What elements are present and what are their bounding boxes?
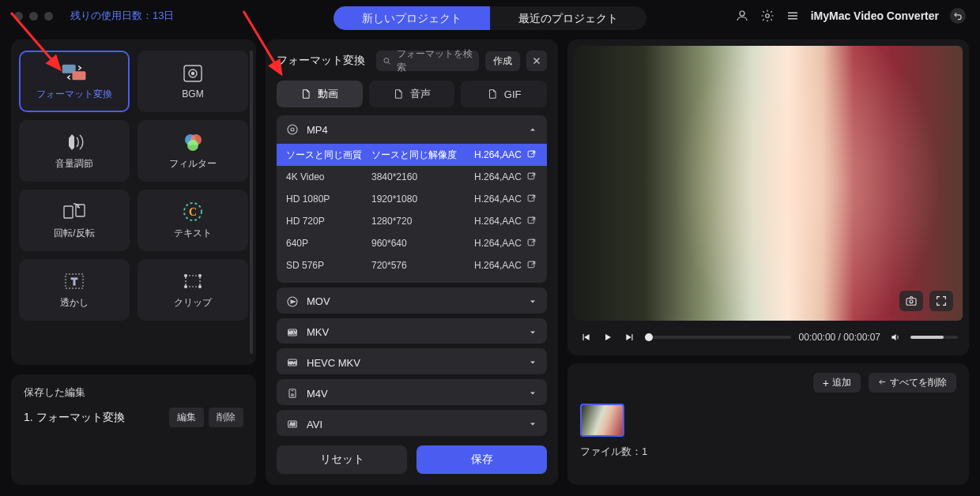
search-icon <box>383 56 392 66</box>
delete-button[interactable]: 削除 <box>209 408 243 427</box>
format-quality: HD 720P <box>286 216 371 227</box>
tool-音量調節[interactable]: 音量調節 <box>19 120 130 182</box>
gear-icon[interactable] <box>760 9 775 23</box>
format-group-name: HEVC MKV <box>307 357 360 369</box>
external-link-icon[interactable] <box>526 194 537 205</box>
external-link-icon[interactable] <box>526 282 537 283</box>
format-search[interactable]: フォーマットを検索 <box>376 51 479 71</box>
svg-point-0 <box>740 11 744 16</box>
prev-button[interactable] <box>579 330 593 344</box>
format-row[interactable]: SD 576P720*576H.264,AAC <box>277 254 547 276</box>
format-group-MP4: MP4ソースと同じ画質ソースと同じ解像度H.264,AAC4K Video384… <box>277 115 547 283</box>
tab-gif[interactable]: GIF <box>461 81 547 107</box>
tool-透かし[interactable]: T透かし <box>19 259 130 321</box>
tool-label: 音量調節 <box>55 157 93 171</box>
format-row[interactable]: HD 1080P1920*1080H.264,AAC <box>277 188 547 210</box>
svg-point-17 <box>185 274 187 276</box>
camera-icon <box>905 295 918 307</box>
svg-point-41 <box>910 300 913 303</box>
undo-icon[interactable] <box>950 8 966 24</box>
tool-フォーマット変換[interactable]: フォーマット変換 <box>19 51 130 112</box>
tab-new-project[interactable]: 新しいプロジェクト <box>334 6 490 30</box>
video-frame <box>574 46 963 321</box>
create-button[interactable]: 作成 <box>485 51 520 71</box>
external-link-icon[interactable] <box>526 216 537 227</box>
tool-テキスト[interactable]: Cテキスト <box>138 190 248 251</box>
format-row[interactable]: SD 480P640*480H.264,AAC <box>277 276 547 283</box>
time-display: 00:00:00 / 00:00:07 <box>799 332 880 343</box>
format-resolution: 720*576 <box>371 260 465 271</box>
format-row[interactable]: 4K Video3840*2160H.264,AAC <box>277 166 547 188</box>
chevron-icon <box>528 389 537 398</box>
progress-bar[interactable] <box>645 336 791 339</box>
svg-rect-3 <box>72 71 85 80</box>
account-icon[interactable] <box>735 9 749 23</box>
format-row[interactable]: ソースと同じ画質ソースと同じ解像度H.264,AAC <box>277 144 547 166</box>
svg-text:C: C <box>189 206 197 218</box>
fullscreen-icon <box>935 295 948 307</box>
edit-button[interactable]: 編集 <box>169 408 204 427</box>
play-button[interactable] <box>601 330 615 344</box>
format-group-header[interactable]: HEVCHEVC MKV <box>277 348 547 374</box>
add-file-button[interactable]: +追加 <box>813 373 861 393</box>
format-resolution: 3840*2160 <box>371 171 465 182</box>
save-button[interactable]: 保存 <box>416 445 547 474</box>
media-type-tabs: 動画 音声 GIF <box>277 81 547 107</box>
menu-icon[interactable] <box>786 9 800 23</box>
format-group-header[interactable]: MP4 <box>277 115 547 144</box>
tab-recent-project[interactable]: 最近のプロジェクト <box>490 6 646 30</box>
external-link-icon[interactable] <box>526 171 537 182</box>
tool-label: 透かし <box>60 296 89 310</box>
volume-icon[interactable] <box>888 330 903 344</box>
search-placeholder: フォーマットを検索 <box>397 47 473 74</box>
delete-all-button[interactable]: すべてを削除 <box>869 373 956 393</box>
close-dot[interactable] <box>14 12 23 21</box>
tool-クリップ[interactable]: クリップ <box>138 259 248 321</box>
format-codec: H.264,AAC <box>465 260 526 271</box>
queue-panel: +追加 すべてを削除 ファイル数：1 <box>567 363 969 485</box>
svg-rect-40 <box>906 299 916 306</box>
tool-フィルター[interactable]: フィルター <box>138 120 248 182</box>
format-codec: H.264,AAC <box>465 149 526 160</box>
fullscreen-button[interactable] <box>929 291 953 311</box>
project-tabs: 新しいプロジェクト 最近のプロジェクト <box>334 6 646 30</box>
tab-audio[interactable]: 音声 <box>369 81 455 107</box>
next-button[interactable] <box>623 330 637 344</box>
reset-button[interactable]: リセット <box>277 445 407 474</box>
tool-label: BGM <box>182 88 203 100</box>
external-link-icon[interactable] <box>526 149 537 160</box>
file-thumbnail[interactable] <box>580 404 624 437</box>
volume-slider[interactable] <box>910 336 958 339</box>
format-group-HEVC MKV: HEVCHEVC MKV <box>277 348 547 374</box>
video-file-icon <box>300 88 311 100</box>
format-group-header[interactable]: MKVMKV <box>277 318 547 344</box>
snapshot-button[interactable] <box>899 291 923 311</box>
tool-label: テキスト <box>174 227 212 240</box>
format-row[interactable]: HD 720P1280*720H.264,AAC <box>277 210 547 232</box>
format-group-header[interactable]: M4V <box>277 379 547 405</box>
format-group-M4V: M4V <box>277 379 547 405</box>
format-group-header[interactable]: AVIAVI <box>277 410 547 436</box>
preview-panel: 00:00:00 / 00:00:07 <box>567 39 969 355</box>
max-dot[interactable] <box>44 12 53 21</box>
tool-回転/反転[interactable]: 回転/反転 <box>19 190 130 251</box>
external-link-icon[interactable] <box>526 260 537 271</box>
tab-video[interactable]: 動画 <box>277 81 363 107</box>
format-quality: ソースと同じ画質 <box>286 148 371 162</box>
tool-BGM[interactable]: BGM <box>138 51 248 112</box>
format-group-header[interactable]: MOV <box>277 287 547 314</box>
tool-icon <box>61 132 88 152</box>
left-column: フォーマット変換BGM音量調節フィルター回転/反転CテキストT透かしクリップ 保… <box>11 39 256 485</box>
external-link-icon[interactable] <box>526 238 537 249</box>
format-group-name: M4V <box>307 388 328 400</box>
close-panel-button[interactable] <box>526 51 547 71</box>
saved-edit-name[interactable]: 1. フォーマット変換 <box>24 411 125 425</box>
video-preview[interactable] <box>574 46 963 321</box>
format-row[interactable]: 640P960*640H.264,AAC <box>277 232 547 254</box>
close-icon <box>532 56 541 66</box>
svg-rect-28 <box>528 239 534 246</box>
min-dot[interactable] <box>29 12 38 21</box>
svg-point-20 <box>199 285 202 287</box>
scroll-indicator[interactable] <box>250 51 253 354</box>
svg-rect-16 <box>186 276 200 287</box>
